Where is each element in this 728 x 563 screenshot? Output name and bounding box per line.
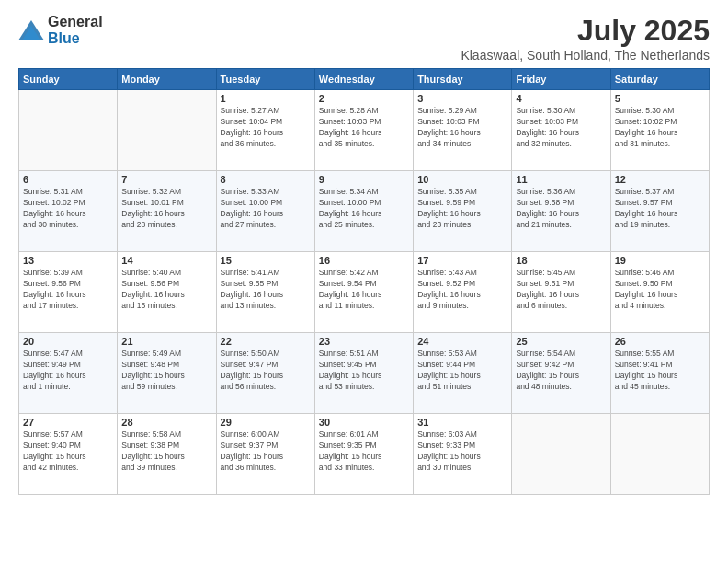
table-row: 5Sunrise: 5:30 AM Sunset: 10:02 PM Dayli…: [610, 90, 709, 171]
logo-general: General: [48, 14, 103, 29]
month-title: July 2025: [461, 14, 710, 48]
day-number: 5: [615, 93, 705, 104]
logo-icon: [18, 20, 44, 40]
day-detail: Sunrise: 5:46 AM Sunset: 9:50 PM Dayligh…: [615, 268, 705, 312]
table-row: 17Sunrise: 5:43 AM Sunset: 9:52 PM Dayli…: [414, 252, 512, 333]
day-detail: Sunrise: 5:58 AM Sunset: 9:38 PM Dayligh…: [121, 430, 211, 474]
day-detail: Sunrise: 5:47 AM Sunset: 9:49 PM Dayligh…: [23, 349, 113, 393]
day-detail: Sunrise: 5:35 AM Sunset: 9:59 PM Dayligh…: [417, 187, 507, 231]
day-number: 17: [417, 255, 507, 266]
day-number: 7: [121, 174, 211, 185]
calendar-week-5: 27Sunrise: 5:57 AM Sunset: 9:40 PM Dayli…: [19, 414, 710, 495]
day-detail: Sunrise: 6:00 AM Sunset: 9:37 PM Dayligh…: [221, 430, 311, 474]
day-detail: Sunrise: 5:30 AM Sunset: 10:02 PM Daylig…: [615, 106, 705, 150]
day-number: 21: [121, 336, 211, 347]
day-number: 4: [516, 93, 606, 104]
logo-text: General Blue: [48, 14, 103, 47]
table-row: 27Sunrise: 5:57 AM Sunset: 9:40 PM Dayli…: [19, 414, 118, 495]
day-number: 3: [417, 93, 507, 104]
table-row: 14Sunrise: 5:40 AM Sunset: 9:56 PM Dayli…: [118, 252, 216, 333]
table-row: 28Sunrise: 5:58 AM Sunset: 9:38 PM Dayli…: [118, 414, 216, 495]
day-detail: Sunrise: 5:30 AM Sunset: 10:03 PM Daylig…: [516, 106, 606, 150]
calendar-header-row: Sunday Monday Tuesday Wednesday Thursday…: [19, 69, 710, 90]
table-row: 30Sunrise: 6:01 AM Sunset: 9:35 PM Dayli…: [314, 414, 413, 495]
calendar-week-3: 13Sunrise: 5:39 AM Sunset: 9:56 PM Dayli…: [19, 252, 710, 333]
calendar-table: Sunday Monday Tuesday Wednesday Thursday…: [18, 68, 710, 495]
day-number: 15: [221, 255, 311, 266]
subtitle: Klaaswaal, South Holland, The Netherland…: [461, 48, 710, 63]
day-detail: Sunrise: 5:41 AM Sunset: 9:55 PM Dayligh…: [221, 268, 311, 312]
day-number: 23: [319, 336, 409, 347]
day-detail: Sunrise: 5:42 AM Sunset: 9:54 PM Dayligh…: [319, 268, 409, 312]
day-detail: Sunrise: 5:54 AM Sunset: 9:42 PM Dayligh…: [516, 349, 606, 393]
day-detail: Sunrise: 5:40 AM Sunset: 9:56 PM Dayligh…: [121, 268, 211, 312]
col-sunday: Sunday: [19, 69, 118, 90]
day-detail: Sunrise: 5:57 AM Sunset: 9:40 PM Dayligh…: [23, 430, 113, 474]
table-row: 16Sunrise: 5:42 AM Sunset: 9:54 PM Dayli…: [314, 252, 413, 333]
logo-blue: Blue: [48, 30, 80, 46]
day-detail: Sunrise: 5:32 AM Sunset: 10:01 PM Daylig…: [121, 187, 211, 231]
day-number: 12: [615, 174, 705, 185]
day-detail: Sunrise: 5:36 AM Sunset: 9:58 PM Dayligh…: [516, 187, 606, 231]
table-row: 10Sunrise: 5:35 AM Sunset: 9:59 PM Dayli…: [414, 171, 512, 252]
day-detail: Sunrise: 5:28 AM Sunset: 10:03 PM Daylig…: [319, 106, 409, 150]
day-number: 6: [23, 174, 113, 185]
table-row: 4Sunrise: 5:30 AM Sunset: 10:03 PM Dayli…: [512, 90, 610, 171]
day-detail: Sunrise: 5:31 AM Sunset: 10:02 PM Daylig…: [23, 187, 113, 231]
title-block: July 2025 Klaaswaal, South Holland, The …: [461, 14, 710, 63]
table-row: 21Sunrise: 5:49 AM Sunset: 9:48 PM Dayli…: [118, 333, 216, 414]
table-row: 3Sunrise: 5:29 AM Sunset: 10:03 PM Dayli…: [414, 90, 512, 171]
day-number: 18: [516, 255, 606, 266]
day-detail: Sunrise: 5:51 AM Sunset: 9:45 PM Dayligh…: [319, 349, 409, 393]
table-row: 19Sunrise: 5:46 AM Sunset: 9:50 PM Dayli…: [610, 252, 709, 333]
col-saturday: Saturday: [610, 69, 709, 90]
day-detail: Sunrise: 5:55 AM Sunset: 9:41 PM Dayligh…: [615, 349, 705, 393]
day-number: 24: [417, 336, 507, 347]
day-number: 27: [23, 417, 113, 428]
calendar-week-1: 1Sunrise: 5:27 AM Sunset: 10:04 PM Dayli…: [19, 90, 710, 171]
day-number: 31: [417, 417, 507, 428]
table-row: 22Sunrise: 5:50 AM Sunset: 9:47 PM Dayli…: [216, 333, 314, 414]
table-row: 26Sunrise: 5:55 AM Sunset: 9:41 PM Dayli…: [610, 333, 709, 414]
table-row: 20Sunrise: 5:47 AM Sunset: 9:49 PM Dayli…: [19, 333, 118, 414]
logo: General Blue: [18, 14, 103, 47]
day-number: 16: [319, 255, 409, 266]
day-number: 26: [615, 336, 705, 347]
day-detail: Sunrise: 6:03 AM Sunset: 9:33 PM Dayligh…: [417, 430, 507, 474]
day-detail: Sunrise: 5:45 AM Sunset: 9:51 PM Dayligh…: [516, 268, 606, 312]
day-detail: Sunrise: 5:49 AM Sunset: 9:48 PM Dayligh…: [121, 349, 211, 393]
day-number: 20: [23, 336, 113, 347]
col-tuesday: Tuesday: [216, 69, 314, 90]
table-row: 15Sunrise: 5:41 AM Sunset: 9:55 PM Dayli…: [216, 252, 314, 333]
day-detail: Sunrise: 5:39 AM Sunset: 9:56 PM Dayligh…: [23, 268, 113, 312]
day-detail: Sunrise: 5:53 AM Sunset: 9:44 PM Dayligh…: [417, 349, 507, 393]
day-number: 1: [221, 93, 311, 104]
day-detail: Sunrise: 5:43 AM Sunset: 9:52 PM Dayligh…: [417, 268, 507, 312]
table-row: 24Sunrise: 5:53 AM Sunset: 9:44 PM Dayli…: [414, 333, 512, 414]
day-number: 22: [221, 336, 311, 347]
table-row: 18Sunrise: 5:45 AM Sunset: 9:51 PM Dayli…: [512, 252, 610, 333]
table-row: 23Sunrise: 5:51 AM Sunset: 9:45 PM Dayli…: [314, 333, 413, 414]
table-row: 29Sunrise: 6:00 AM Sunset: 9:37 PM Dayli…: [216, 414, 314, 495]
table-row: [19, 90, 118, 171]
day-detail: Sunrise: 5:37 AM Sunset: 9:57 PM Dayligh…: [615, 187, 705, 231]
table-row: [512, 414, 610, 495]
day-number: 28: [121, 417, 211, 428]
table-row: [610, 414, 709, 495]
calendar-week-2: 6Sunrise: 5:31 AM Sunset: 10:02 PM Dayli…: [19, 171, 710, 252]
table-row: 11Sunrise: 5:36 AM Sunset: 9:58 PM Dayli…: [512, 171, 610, 252]
header: General Blue July 2025 Klaaswaal, South …: [18, 14, 710, 63]
day-detail: Sunrise: 5:33 AM Sunset: 10:00 PM Daylig…: [221, 187, 311, 231]
day-number: 9: [319, 174, 409, 185]
day-number: 13: [23, 255, 113, 266]
table-row: [118, 90, 216, 171]
day-number: 30: [319, 417, 409, 428]
day-number: 25: [516, 336, 606, 347]
day-number: 14: [121, 255, 211, 266]
day-number: 11: [516, 174, 606, 185]
table-row: 7Sunrise: 5:32 AM Sunset: 10:01 PM Dayli…: [118, 171, 216, 252]
day-number: 19: [615, 255, 705, 266]
day-number: 29: [221, 417, 311, 428]
table-row: 31Sunrise: 6:03 AM Sunset: 9:33 PM Dayli…: [414, 414, 512, 495]
col-monday: Monday: [118, 69, 216, 90]
